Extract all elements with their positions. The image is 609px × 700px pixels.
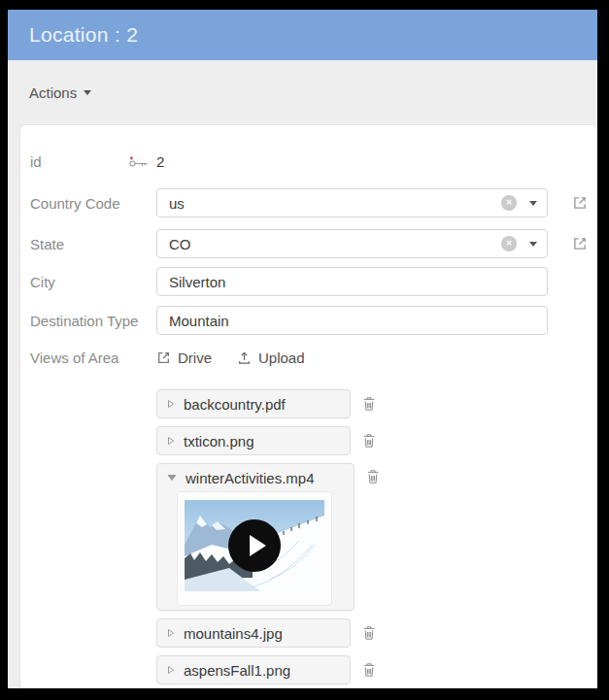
external-link-icon — [156, 350, 171, 365]
collapse-caret-icon — [167, 628, 175, 638]
views-of-area-label: Views of Area — [30, 350, 156, 366]
delete-file-button[interactable] — [362, 662, 376, 678]
collapse-caret-icon — [167, 436, 175, 446]
city-row: City — [30, 267, 597, 296]
delete-file-button[interactable] — [362, 396, 376, 412]
play-icon — [250, 535, 266, 556]
state-label: State — [30, 236, 156, 252]
expand-caret-icon — [167, 474, 177, 482]
file-expander[interactable]: txticon.png — [157, 427, 350, 454]
file-expander[interactable]: winterActivities.mp4 — [157, 464, 354, 491]
destination-type-input[interactable] — [156, 306, 548, 335]
file-name: backcountry.pdf — [184, 396, 286, 413]
page-title: Location : 2 — [29, 23, 138, 47]
country-code-label: Country Code — [30, 195, 156, 212]
chevron-down-icon[interactable] — [529, 201, 537, 206]
collapse-caret-icon — [167, 399, 175, 409]
video-player — [177, 491, 332, 606]
file-row: aspensFall1.png — [156, 655, 597, 684]
video-preview — [185, 500, 324, 591]
upload-button[interactable]: Upload — [237, 350, 305, 366]
upload-label: Upload — [258, 350, 305, 366]
state-value: CO — [169, 236, 501, 252]
file-name: winterActivities.mp4 — [186, 470, 315, 486]
drive-label: Drive — [178, 350, 212, 366]
actions-bar: Actions — [8, 60, 597, 124]
drive-button[interactable]: Drive — [156, 350, 212, 366]
views-of-area-row: Views of Area Drive Upload — [30, 347, 597, 368]
screen: Location : 2 Actions id — [0, 0, 609, 700]
country-code-combobox[interactable]: us ✕ — [156, 188, 548, 217]
file-expander[interactable]: mountains4.jpg — [157, 619, 350, 647]
chevron-down-icon[interactable] — [529, 242, 537, 247]
page-header: Location : 2 — [8, 10, 597, 60]
id-row: id — [30, 147, 597, 176]
destination-type-label: Destination Type — [30, 313, 156, 329]
file-row: txticon.png — [156, 426, 597, 455]
collapse-caret-icon — [167, 665, 175, 675]
chevron-down-icon — [84, 90, 91, 95]
id-label: id — [30, 153, 42, 170]
city-input[interactable] — [156, 267, 548, 296]
clear-icon[interactable]: ✕ — [501, 236, 517, 251]
clear-icon[interactable]: ✕ — [501, 195, 517, 211]
upload-icon — [237, 350, 252, 365]
file-row: mountains4.jpg — [156, 618, 597, 648]
file-expander[interactable]: aspensFall1.png — [157, 656, 350, 683]
country-code-row: Country Code us ✕ — [30, 188, 597, 217]
actions-label: Actions — [29, 84, 77, 101]
country-code-value: us — [169, 195, 501, 212]
open-reference-button[interactable] — [572, 236, 588, 251]
open-reference-button[interactable] — [572, 195, 588, 211]
destination-type-row: Destination Type — [30, 306, 597, 335]
file-name: mountains4.jpg — [184, 625, 283, 642]
file-name: aspensFall1.png — [184, 662, 290, 679]
file-row: winterActivities.mp4 — [156, 463, 597, 611]
page: Location : 2 Actions id — [8, 10, 597, 688]
key-icon — [128, 155, 149, 168]
form-card: id — [19, 124, 597, 688]
actions-dropdown-button[interactable]: Actions — [29, 84, 91, 101]
state-combobox[interactable]: CO ✕ — [156, 229, 548, 258]
delete-file-button[interactable] — [362, 433, 376, 449]
city-label: City — [30, 274, 156, 290]
state-row: State CO ✕ — [30, 229, 597, 258]
delete-file-button[interactable] — [366, 469, 380, 484]
file-expander[interactable]: backcountry.pdf — [157, 390, 350, 417]
delete-file-button[interactable] — [362, 625, 376, 641]
id-value: 2 — [156, 153, 164, 170]
file-row: backcountry.pdf — [156, 389, 597, 418]
file-name: txticon.png — [184, 433, 254, 450]
file-list: backcountry.pdf — [156, 389, 597, 684]
play-button[interactable] — [228, 519, 281, 572]
